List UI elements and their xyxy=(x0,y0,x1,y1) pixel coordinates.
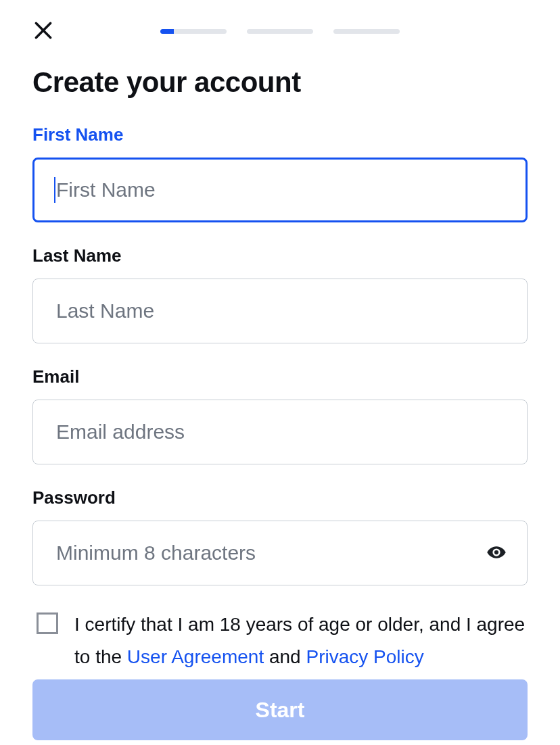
email-field-group: Email xyxy=(32,366,528,464)
progress-step-1 xyxy=(160,29,227,34)
last-name-label: Last Name xyxy=(32,245,528,266)
progress-indicator xyxy=(54,29,506,34)
privacy-policy-link[interactable]: Privacy Policy xyxy=(306,646,423,667)
toggle-password-visibility-button[interactable] xyxy=(484,541,509,565)
text-caret xyxy=(54,177,55,203)
password-field-group: Password xyxy=(32,487,528,585)
progress-step-3 xyxy=(333,29,400,34)
last-name-input[interactable] xyxy=(32,279,528,343)
certify-text: I certify that I am 18 years of age or o… xyxy=(74,608,528,673)
email-input[interactable] xyxy=(32,400,528,464)
first-name-label: First Name xyxy=(32,124,528,145)
certify-row: I certify that I am 18 years of age or o… xyxy=(32,608,528,673)
certify-checkbox[interactable] xyxy=(37,612,58,634)
progress-step-2 xyxy=(247,29,313,34)
first-name-field-group: First Name xyxy=(32,124,528,222)
password-label: Password xyxy=(32,487,528,508)
start-button[interactable]: Start xyxy=(32,679,528,740)
last-name-field-group: Last Name xyxy=(32,245,528,343)
email-label: Email xyxy=(32,366,528,387)
close-button[interactable] xyxy=(32,20,54,42)
eye-icon xyxy=(486,542,507,564)
password-input[interactable] xyxy=(32,521,528,585)
user-agreement-link[interactable]: User Agreement xyxy=(127,646,264,667)
first-name-input[interactable] xyxy=(32,158,528,222)
close-icon xyxy=(32,20,54,43)
page-title: Create your account xyxy=(32,66,528,99)
certify-text-mid: and xyxy=(264,646,306,667)
